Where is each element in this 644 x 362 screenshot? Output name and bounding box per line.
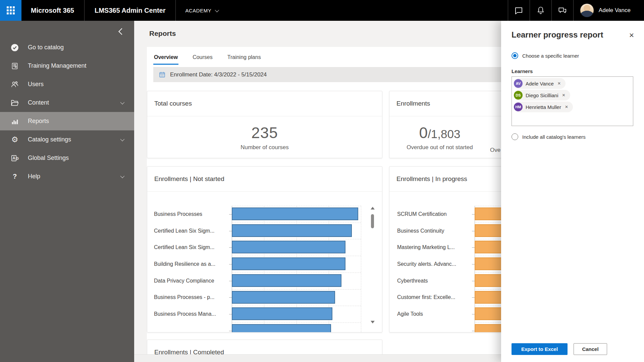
sidebar-item-label: Help [28,173,112,180]
radio-choose-specific-learner[interactable]: Choose a specific learner [512,52,579,59]
bar [232,307,332,320]
sidebar-item-label: Go to catalog [28,44,124,51]
chevron-down-icon [120,137,125,141]
app-name: LMS365 Admin Center [85,7,176,14]
category-label: Security alerts. Advanc... [397,256,472,273]
svg-text:⚙: ⚙ [15,156,19,161]
learner-progress-report-panel: Learner progress report Choose a specifi… [501,21,644,362]
radio-label: Choose a specific learner [522,53,579,59]
gridline [232,322,361,323]
chevron-down-icon [215,8,219,12]
account-menu[interactable]: Adele Vance [574,0,644,21]
category-label: Business Processes - p... [154,289,229,306]
card-header: Enrollments | Not started [147,167,382,192]
axis-tick [472,281,475,281]
sidebar-item-global-settings[interactable]: A⚙Global Settings [0,149,134,167]
sidebar-item-label: Training Management [28,62,124,69]
question-icon: ? [10,173,19,180]
user-name: Adele Vance [599,7,631,14]
axis-tick [472,297,475,298]
bar [232,324,331,332]
gridline [232,239,361,239]
scroll-down-icon[interactable] [371,321,375,323]
tab-courses[interactable]: Courses [192,51,213,65]
panel-title: Learner progress report [512,30,603,40]
axis-tick [472,264,475,264]
sidebar-item-label: Users [28,81,124,88]
catalog-switcher[interactable]: ACADEMY [176,0,227,21]
category-label: Cyberthreats [397,273,472,289]
category-label: Business Continuity [397,223,472,239]
waffle-grid-icon [7,6,15,14]
bar [232,224,352,237]
total-courses-card: Total courses 235 Number of courses [147,91,382,158]
feedback-icon[interactable] [552,0,573,21]
chevron-down-icon [120,174,125,178]
sidebar-item-go-to-catalog[interactable]: Go to catalog [0,38,134,57]
gridline [232,206,361,206]
sidebar: Go to catalogTraining ManagementUsersCon… [0,21,134,362]
learner-name: Adele Vance [526,81,554,86]
axis-tick [229,247,232,248]
learner-avatar: HM [514,103,523,111]
chart-title: Enrollments | In progress [396,175,467,183]
radio-include-all-learners[interactable]: Include all catalog's learners [512,133,586,140]
bar [232,257,345,270]
axis-tick [229,297,232,298]
scrollbar-thumb[interactable] [371,214,374,228]
sidebar-item-reports[interactable]: Reports [0,112,134,130]
page-title: Reports [149,29,176,38]
sidebar-item-help[interactable]: ?Help [0,167,134,186]
document-icon [10,62,19,70]
chevron-left-icon [118,28,125,35]
card-title: Enrollments [396,100,430,107]
app-launcher-icon[interactable] [0,0,21,21]
sidebar-item-users[interactable]: Users [0,75,134,94]
category-label: Customer first: Excelle... [397,289,472,306]
top-bar: Microsoft 365 LMS365 Admin Center ACADEM… [0,0,644,21]
remove-learner-icon[interactable] [564,105,569,109]
learners-label: Learners [512,68,533,74]
learners-picker-input[interactable]: AVAdele VanceDSDiego SicillianiHMHenriet… [512,76,633,126]
sidebar-collapse-button[interactable] [116,26,127,38]
axis-tick [229,331,232,331]
gear-icon: ⚙ [10,136,19,143]
export-to-excel-button[interactable]: Export to Excel [512,343,568,355]
bar [232,241,345,253]
axis-tick [229,231,232,231]
chat-icon[interactable] [508,0,530,21]
bar-chart-icon [10,117,19,125]
stat-value: 235 [251,124,278,142]
category-label: Certified Lean Six Sigm... [154,223,229,239]
sidebar-item-training-management[interactable]: Training Management [0,57,134,75]
learner-chip: DSDiego Sicilliani [514,90,570,101]
svg-text:A: A [12,156,15,161]
tab-overview[interactable]: Overview [153,51,178,65]
radio-unselected-icon [512,133,518,140]
learner-chip: HMHenrietta Muller [514,102,573,112]
sidebar-item-catalog-settings[interactable]: ⚙Catalog settings [0,130,134,149]
enrollments-not-started-card: Enrollments | Not started Business Proce… [147,166,382,333]
chart-vertical-scrollbar[interactable] [370,207,375,323]
axis-tick [472,214,475,215]
tab-training-plans[interactable]: Training plans [227,51,262,65]
gridline [232,289,361,290]
product-name[interactable]: Microsoft 365 [21,7,84,14]
notifications-bell-icon[interactable] [530,0,551,21]
sidebar-item-content[interactable]: Content [0,94,134,112]
screen: Microsoft 365 LMS365 Admin Center ACADEM… [0,0,644,362]
cancel-button[interactable]: Cancel [574,343,607,355]
remove-learner-icon[interactable] [561,93,566,98]
gridline [232,256,361,256]
sidebar-item-label: Content [28,99,112,106]
sidebar-nav: Go to catalogTraining ManagementUsersCon… [0,38,134,186]
axis-tick [229,214,232,215]
axis-tick [229,264,232,264]
close-icon[interactable] [626,29,637,41]
axis-tick [472,331,475,331]
global-settings-icon: A⚙ [10,154,19,163]
scroll-up-icon[interactable] [371,207,375,209]
remove-learner-icon[interactable] [557,81,561,86]
learner-name: Henrietta Muller [526,104,561,110]
tab-bar: OverviewCoursesTraining plans [153,51,262,65]
